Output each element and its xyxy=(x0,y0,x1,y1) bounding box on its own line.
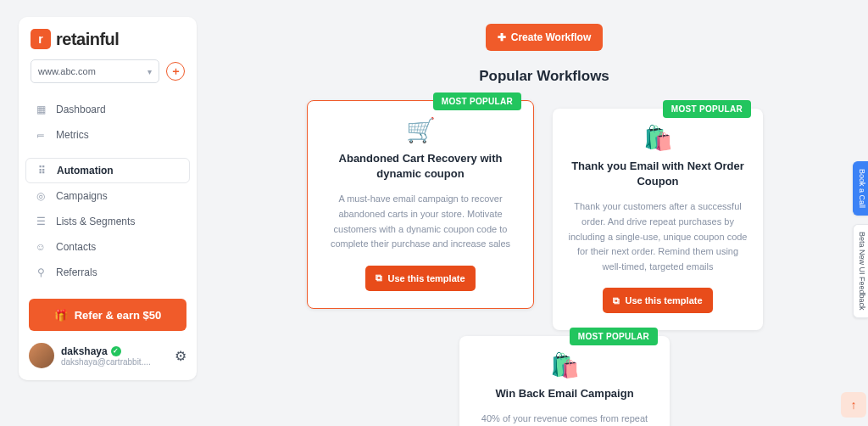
refer-earn-button[interactable]: 🎁 Refer & earn $50 xyxy=(29,299,186,331)
nav-item-dashboard[interactable]: ▦ Dashboard xyxy=(25,97,190,122)
most-popular-badge: MOST POPULAR xyxy=(663,100,751,118)
book-a-call-tab[interactable]: Book a Call xyxy=(853,161,868,216)
nav-item-contacts[interactable]: ☺ Contacts xyxy=(25,234,190,260)
workflow-card-title: Abandoned Cart Recovery with dynamic cou… xyxy=(323,151,518,182)
dashboard-icon: ▦ xyxy=(34,103,47,116)
brand-badge-icon: r xyxy=(31,29,51,49)
contacts-icon: ☺ xyxy=(34,240,47,254)
verified-badge-icon: ✓ xyxy=(111,346,121,356)
arrow-up-icon: ↑ xyxy=(851,398,857,412)
user-meta: dakshaya ✓ dakshaya@cartrabbit.... xyxy=(61,345,168,367)
nav-item-metrics[interactable]: ⫭ Metrics xyxy=(25,122,190,148)
nav-label: Lists & Segments xyxy=(56,216,135,227)
avatar xyxy=(29,343,54,368)
primary-nav: ▦ Dashboard ⫭ Metrics ⠿ Automation ◎ Cam… xyxy=(19,93,197,289)
nav-label: Dashboard xyxy=(56,104,106,115)
open-icon: ⧉ xyxy=(376,272,382,283)
domain-value: www.abc.com xyxy=(38,66,96,76)
nav-label: Referrals xyxy=(56,266,97,278)
scroll-to-top-button[interactable]: ↑ xyxy=(841,392,866,418)
campaigns-icon: ◎ xyxy=(34,189,47,203)
workflow-card-description: 40% of your revenue comes from repeat cu… xyxy=(475,412,654,426)
lists-icon: ☰ xyxy=(34,215,47,228)
gift-icon: 🎁 xyxy=(54,309,68,322)
domain-select[interactable]: www.abc.com ▾ xyxy=(31,59,159,83)
sidebar: r retainful www.abc.com ▾ ＋ ▦ Dashboard … xyxy=(19,17,197,380)
workflow-card-title: Thank you Email with Next Order Coupon xyxy=(568,159,748,189)
add-store-button[interactable]: ＋ xyxy=(166,62,185,81)
nav-label: Automation xyxy=(57,165,114,177)
right-rail: Book a Call Beta New UI Feedback xyxy=(853,161,868,318)
automation-icon: ⠿ xyxy=(35,164,48,177)
use-template-label: Use this template xyxy=(625,295,702,305)
nav-label: Contacts xyxy=(56,241,96,253)
settings-gear-icon[interactable]: ⚙ xyxy=(175,348,186,364)
nav-label: Metrics xyxy=(56,129,89,141)
workflow-card-description: Thank your customers after a successful … xyxy=(568,199,748,274)
shopping-bags-icon: 🛍️ xyxy=(568,124,748,152)
user-name: dakshaya xyxy=(61,345,108,357)
plus-icon: ✚ xyxy=(498,31,506,43)
most-popular-badge: MOST POPULAR xyxy=(570,328,658,345)
nav-item-automation[interactable]: ⠿ Automation xyxy=(25,158,190,183)
create-workflow-label: Create Workflow xyxy=(511,31,591,43)
workflow-card-thank-you: MOST POPULAR 🛍️ Thank you Email with Nex… xyxy=(553,109,763,330)
referrals-icon: ⚲ xyxy=(34,266,47,279)
nav-item-campaigns[interactable]: ◎ Campaigns xyxy=(25,183,190,209)
nav-item-referrals[interactable]: ⚲ Referrals xyxy=(25,260,190,285)
nav-item-lists[interactable]: ☰ Lists & Segments xyxy=(25,209,190,234)
nav-label: Campaigns xyxy=(56,190,108,202)
workflow-card-description: A must-have email campaign to recover ab… xyxy=(323,192,518,251)
most-popular-badge: MOST POPULAR xyxy=(433,92,521,110)
refer-label: Refer & earn $50 xyxy=(75,309,162,322)
workflow-card-win-back: MOST POPULAR 🛍️ Win Back Email Campaign … xyxy=(459,336,670,426)
brand-logo: r retainful xyxy=(19,29,197,59)
user-account-row[interactable]: dakshaya ✓ dakshaya@cartrabbit.... ⚙ xyxy=(19,331,197,368)
metrics-icon: ⫭ xyxy=(34,128,47,142)
main-content: ✚ Create Workflow Popular Workflows MOST… xyxy=(220,0,868,426)
brand-name: retainful xyxy=(56,30,119,49)
open-icon: ⧉ xyxy=(613,295,620,306)
shopping-bags-icon: 🛍️ xyxy=(475,351,654,379)
workflow-card-title: Win Back Email Campaign xyxy=(475,386,654,401)
create-workflow-button[interactable]: ✚ Create Workflow xyxy=(486,24,603,51)
use-template-label: Use this template xyxy=(387,273,465,283)
section-title: Popular Workflows xyxy=(220,68,868,85)
use-template-button[interactable]: ⧉ Use this template xyxy=(365,266,475,291)
use-template-button[interactable]: ⧉ Use this template xyxy=(603,288,712,313)
user-email: dakshaya@cartrabbit.... xyxy=(61,357,168,367)
chevron-down-icon: ▾ xyxy=(147,67,152,76)
cart-icon: 🛒 xyxy=(323,116,518,144)
feedback-tab[interactable]: Beta New UI Feedback xyxy=(853,224,868,318)
workflow-card-abandoned-cart: MOST POPULAR 🛒 Abandoned Cart Recovery w… xyxy=(307,100,534,309)
domain-row: www.abc.com ▾ ＋ xyxy=(19,59,197,93)
